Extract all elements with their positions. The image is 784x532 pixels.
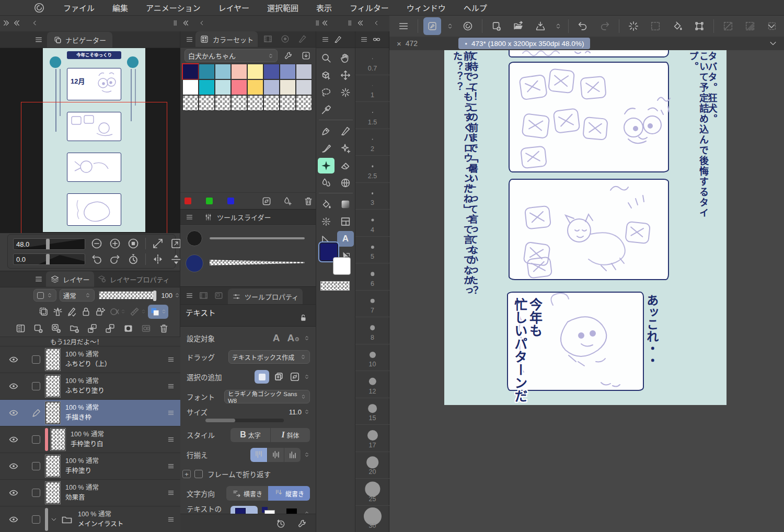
palette-import-icon[interactable] [301, 51, 311, 61]
menu-item-6[interactable]: フィルター [341, 2, 398, 13]
decoration-tool-button[interactable] [337, 141, 354, 156]
document-tab-active[interactable]: ● 473* (1800 x 3200px 350dpi 48.0%) [458, 38, 590, 49]
apply-mask-button[interactable] [139, 321, 153, 336]
navigator-preview[interactable]: 今年こそゆっくり 12月 [0, 48, 180, 233]
gradient-tool-button[interactable] [337, 196, 354, 212]
layer-row-menu-icon[interactable] [167, 409, 175, 417]
selection-stepper[interactable] [304, 372, 310, 381]
brush-size-item[interactable]: 7 [355, 291, 389, 318]
color-swatch[interactable] [263, 79, 280, 95]
app-logo-icon[interactable] [33, 2, 45, 14]
color-swatch[interactable] [280, 64, 296, 79]
layer-row[interactable]: 100 % 通常手枠塗り白 [0, 426, 180, 453]
transparent-swatch[interactable] [199, 95, 215, 111]
record-icon[interactable] [280, 34, 290, 44]
color-swatch[interactable] [231, 64, 247, 79]
brush-size-item[interactable]: 3 [355, 183, 389, 210]
expand-setting-icon[interactable]: + [182, 470, 191, 478]
list-view-button[interactable] [14, 321, 28, 336]
brush-size-item[interactable]: 30 [355, 506, 389, 532]
color-swatch[interactable] [296, 79, 312, 95]
brush-size-item[interactable]: 6 [355, 263, 389, 291]
transfer-down-button[interactable] [85, 321, 99, 336]
transparent-swatch[interactable] [296, 95, 312, 111]
direction-horizontal-button[interactable]: 横書き [226, 486, 268, 501]
color-swatch[interactable] [280, 79, 296, 95]
layer-row[interactable]: 100 % 通常ふちどり（上） [0, 346, 180, 373]
invert-selection-button[interactable] [741, 17, 759, 35]
layer-row[interactable]: もう12月だよ～！ [0, 337, 180, 346]
rotate-right-icon[interactable] [109, 253, 121, 265]
view-rect[interactable] [21, 102, 167, 233]
layer-row-menu-icon[interactable] [167, 436, 175, 443]
brush-opacity-chip[interactable] [186, 255, 203, 272]
brush-size-item[interactable]: 8 [355, 317, 389, 344]
calligraphy-tool-button[interactable] [337, 123, 354, 139]
mask-button[interactable] [121, 321, 135, 336]
brush-size-item[interactable]: 2 [355, 129, 389, 156]
canvas-page[interactable]: タバタ。狂犬。 こいて予定詰め込んで後悔するタイプ。 て待って！この前まで「暑い… [444, 50, 727, 405]
rgb-chip[interactable] [206, 198, 213, 204]
ruler-toggle-button[interactable] [128, 305, 148, 319]
eye-icon[interactable] [8, 354, 19, 365]
layer-thumbnail[interactable] [45, 455, 61, 478]
color-swatch[interactable] [247, 79, 263, 95]
new-raster-layer-button[interactable] [31, 321, 45, 336]
reference-layer-button[interactable] [51, 305, 65, 319]
brush-size-item[interactable]: 1 [355, 75, 389, 102]
layer-checkbox[interactable] [32, 382, 40, 390]
delete-color-icon[interactable] [303, 196, 314, 206]
autoselect-tool-button[interactable] [337, 85, 354, 100]
brush-size-item[interactable]: 17 [355, 425, 389, 452]
layer-checkbox[interactable] [32, 462, 40, 470]
layer-thumbnail[interactable] [45, 481, 61, 504]
eye-icon[interactable] [8, 461, 19, 471]
transparent-swatch[interactable] [247, 95, 263, 111]
size-stepper[interactable] [304, 407, 310, 417]
eyedropper-tool-button[interactable] [318, 102, 335, 118]
tab-navigator[interactable]: ナビゲーター [47, 32, 112, 48]
menu-item-4[interactable]: 選択範囲 [258, 2, 307, 13]
layer-opacity-slider[interactable] [99, 291, 157, 299]
eye-icon[interactable] [8, 488, 19, 498]
open-file-button[interactable] [510, 17, 527, 35]
grip-icon[interactable] [314, 19, 321, 27]
move-tool-button[interactable] [337, 67, 354, 83]
sub-color-chip[interactable] [333, 257, 351, 275]
panel-menu-icon[interactable] [321, 36, 329, 43]
document-tab-close-icon[interactable]: × [397, 39, 401, 48]
hand-tool-button[interactable] [337, 50, 354, 66]
italic-button[interactable]: I 斜体 [270, 428, 310, 442]
menu-item-0[interactable]: ファイル [54, 2, 103, 13]
rgb-chip[interactable] [227, 198, 234, 204]
layer-type-select[interactable] [33, 289, 56, 302]
tab-layers[interactable]: レイヤー [46, 271, 94, 287]
chevron-down-icon[interactable] [50, 516, 57, 523]
target-text-icon[interactable]: A [273, 332, 280, 344]
toolbar-more-icon[interactable] [766, 21, 777, 31]
tab-toolprop[interactable]: ツールプロパティ [228, 288, 303, 304]
panel-menu-icon[interactable] [34, 36, 43, 44]
palette-select[interactable]: 白犬かんちゃん [185, 49, 278, 62]
layer-row-menu-icon[interactable] [167, 462, 175, 470]
align-top-button[interactable] [250, 448, 267, 462]
brush-size-item[interactable]: 4 [355, 210, 389, 237]
menu-item-7[interactable]: ウィンドウ [398, 2, 455, 13]
unlock-icon[interactable] [298, 313, 308, 322]
zoom-slider[interactable]: 48.0 [13, 238, 85, 250]
brush-size-chip[interactable] [187, 230, 202, 246]
film-icon[interactable] [263, 34, 273, 44]
lock-button[interactable] [79, 305, 93, 319]
launcher-button[interactable] [625, 17, 642, 35]
menu-item-2[interactable]: アニメーション [137, 2, 209, 13]
transparent-color-chip[interactable] [320, 281, 350, 291]
layer-color-button[interactable] [148, 305, 168, 319]
panel-menu-icon[interactable] [186, 36, 193, 43]
layer-row-menu-icon[interactable] [167, 516, 175, 523]
direction-vertical-button[interactable]: 縦書き [268, 486, 310, 501]
brush-opacity-slider[interactable] [210, 260, 305, 265]
brush-size-item[interactable]: 0.7 [355, 48, 389, 75]
brush-size-slider[interactable] [210, 237, 305, 239]
brush-size-item[interactable]: 1.5 [355, 102, 389, 129]
blend-tool-button[interactable] [318, 175, 335, 191]
